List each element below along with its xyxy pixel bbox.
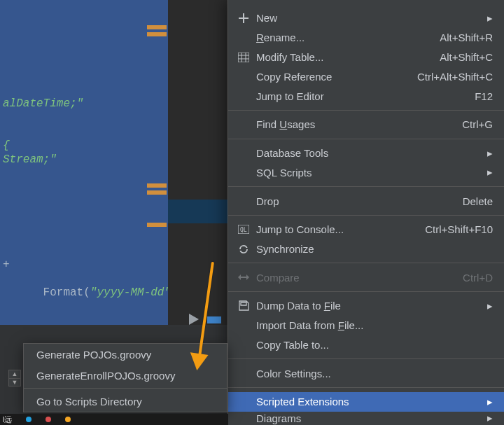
submenu-arrow-icon: ▸ [486,412,493,424]
menu-label: SQL Scripts [256,167,480,179]
editor-gutter [148,0,168,325]
menu-separator [228,186,504,187]
submenu-arrow-icon: ▸ [486,147,493,160]
menu-label: Drop [256,195,463,207]
menu-item-compare: Compare Ctrl+D [228,267,504,287]
menu-separator [228,358,504,359]
menu-item-rename[interactable]: Rename... Alt+Shift+R [228,28,504,48]
code-line: { [3,139,168,153]
submenu-arrow-icon: ▸ [486,166,493,179]
menu-separator [228,110,504,111]
taskbar-text: l远 [3,414,12,425]
svg-text:QL: QL [240,227,247,233]
plus-icon [235,13,252,23]
submenu-arrow-icon: ▸ [486,12,493,25]
shortcut: F12 [475,90,493,102]
submenu-label: Generate POJOs.groovy [36,349,151,361]
menu-item-color-settings[interactable]: Color Settings... [228,363,504,383]
menu-label: Copy Table to... [256,339,493,351]
menu-item-copy-table-to[interactable]: Copy Table to... [228,335,504,355]
menu-separator [24,388,227,389]
console-icon: QL [235,225,252,234]
menu-separator [228,139,504,139]
menu-label: New [256,12,480,24]
menu-item-dump-data-to-file[interactable]: Dump Data to File ▸ [228,296,504,316]
menu-item-find-usages[interactable]: Find Usages Ctrl+G [228,115,504,134]
code-line: alDateTime;" [3,97,168,111]
menu-label: Modify Table... [256,51,440,63]
menu-label: Color Settings... [256,368,493,379]
taskbar-dot-icon [46,417,51,422]
submenu-arrow-icon: ▸ [486,300,493,312]
play-icon[interactable] [189,314,199,325]
shortcut: Ctrl+Alt+Shift+C [417,71,493,83]
context-menu: New ▸ Rename... Alt+Shift+R Modify Table… [227,0,504,425]
menu-label: Jump to Editor [256,90,475,102]
menu-label: Database Tools [256,147,480,159]
code-line: Format("yyyy-MM-dd") [3,272,168,314]
table-icon [235,53,252,62]
menu-label: Scripted Extensions [256,396,480,407]
progress-indicator [207,316,221,323]
submenu-label: GenerateEnrollPOJOs.groovy [36,370,175,382]
code-editor[interactable]: alDateTime;" { Stream;" + Format("yyyy-M… [0,0,168,325]
menu-item-synchronize[interactable]: Synchronize [228,239,504,259]
menu-label: Copy Reference [256,71,417,83]
shortcut: Ctrl+G [462,118,493,130]
refresh-icon [235,244,252,255]
menu-label: Synchronize [256,243,493,255]
menu-item-import-data-from-file[interactable]: Import Data from File... [228,316,504,335]
editor-margin [168,0,227,325]
shortcut: Ctrl+D [463,272,493,284]
taskbar-dot-icon [26,417,31,422]
shortcut: Delete [463,195,493,207]
menu-label: Import Data from File... [256,319,493,331]
chevron-up-icon[interactable]: ▲ [9,370,20,379]
annotation-arrow-head [188,352,208,371]
menu-item-database-tools[interactable]: Database Tools ▸ [228,144,504,163]
submenu-arrow-icon: ▸ [486,396,493,408]
menu-separator [228,291,504,292]
menu-label: Rename... [256,32,440,43]
code-line: + [3,258,168,272]
editor-selection-line [168,200,227,223]
menu-label: Compare [256,272,463,284]
menu-item-new[interactable]: New ▸ [228,8,504,28]
svg-rect-0 [238,53,249,62]
menu-label: Dump Data to File [256,300,480,312]
taskbar-dot-icon [65,417,71,422]
shortcut: Alt+Shift+R [440,32,493,43]
menu-label: Find Usages [256,118,462,130]
menu-separator [228,387,504,388]
submenu-label: Go to Scripts Directory [36,396,142,407]
taskbar: l远 [0,414,228,425]
menu-item-copy-reference[interactable]: Copy Reference Ctrl+Alt+Shift+C [228,67,504,86]
submenu-item-go-to-scripts-directory[interactable]: Go to Scripts Directory [24,391,227,412]
menu-item-scripted-extensions[interactable]: Scripted Extensions ▸ [228,392,504,412]
code-line: Stream;" [3,153,168,167]
menu-item-jump-to-console[interactable]: QL Jump to Console... Ctrl+Shift+F10 [228,220,504,239]
menu-item-sql-scripts[interactable]: SQL Scripts ▸ [228,162,504,182]
chevron-down-icon[interactable]: ▼ [9,379,20,386]
menu-item-modify-table[interactable]: Modify Table... Alt+Shift+C [228,48,504,67]
menu-separator [228,263,504,263]
menu-item-diagrams[interactable]: Diagrams ▸ [228,412,504,425]
menu-separator [228,215,504,216]
menu-item-jump-to-editor[interactable]: Jump to Editor F12 [228,86,504,106]
menu-label: Jump to Console... [256,223,425,235]
shortcut: Alt+Shift+C [440,51,493,63]
menu-label: Diagrams [256,412,480,424]
compare-icon [235,273,252,281]
menu-item-drop[interactable]: Drop Delete [228,191,504,211]
vertical-stepper[interactable]: ▲ ▼ [8,370,21,386]
save-icon [235,300,252,311]
shortcut: Ctrl+Shift+F10 [425,223,493,235]
